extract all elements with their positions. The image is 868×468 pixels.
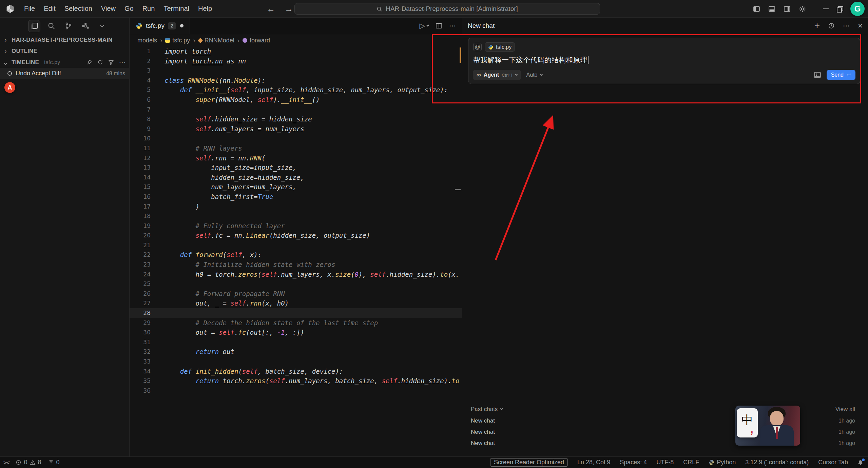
code-line[interactable]: 16 batch_first=True <box>130 192 462 202</box>
section-explorer-project[interactable]: › HAR-DATASET-PREPROCESS-MAIN <box>0 34 129 45</box>
line-number[interactable]: 6 <box>130 95 151 105</box>
remote-indicator-icon[interactable]: >< <box>3 459 9 466</box>
screen-reader-mode[interactable]: Screen Reader Optimized <box>490 458 568 467</box>
code-line[interactable]: 25 <box>130 279 462 289</box>
breadcrumb-item[interactable]: tsfc.py <box>165 37 190 44</box>
problems-indicator[interactable]: 0 8 <box>16 459 41 466</box>
code-line[interactable]: 26 # Forward propagate RNN <box>130 289 462 299</box>
line-number[interactable]: 19 <box>130 221 151 231</box>
extension-badge-icon[interactable]: A <box>4 82 15 93</box>
code-line[interactable]: 1import torch <box>130 46 462 56</box>
line-number[interactable]: 13 <box>130 163 151 173</box>
chat-tab-new-chat[interactable]: New chat <box>468 22 495 30</box>
cursor-position[interactable]: Ln 28, Col 9 <box>577 459 610 466</box>
code-line[interactable]: 23 # Initialize hidden state with zeros <box>130 260 462 270</box>
chat-input-card[interactable]: @ tsfc.py 帮我解释一下这个代码的结构和原理 ∞ Agen <box>468 38 860 84</box>
line-number[interactable]: 7 <box>130 105 151 115</box>
menu-item-help[interactable]: Help <box>194 3 216 14</box>
line-number[interactable]: 2 <box>130 56 151 66</box>
code-line[interactable]: 33 <box>130 357 462 367</box>
line-number[interactable]: 35 <box>130 376 151 386</box>
line-number[interactable]: 18 <box>130 211 151 221</box>
code-line[interactable]: 6 super(RNNModel, self).__init__() <box>130 95 462 105</box>
source-control-icon[interactable] <box>62 20 74 32</box>
breadcrumb-item[interactable]: models <box>137 37 157 44</box>
line-number[interactable]: 23 <box>130 260 151 270</box>
run-python-button[interactable]: ▷ <box>420 22 429 30</box>
code-line[interactable]: 13 input_size=input_size, <box>130 163 462 173</box>
code-line[interactable]: 24 h0 = torch.zeros(self.num_layers, x.s… <box>130 270 462 279</box>
ime-indicator[interactable]: 中 , <box>737 408 758 437</box>
line-number[interactable]: 5 <box>130 85 151 95</box>
menu-item-run[interactable]: Run <box>138 3 159 14</box>
code-line[interactable]: 35 return torch.zeros(self.num_layers, b… <box>130 376 462 386</box>
breadcrumb-item[interactable]: forward <box>243 37 270 44</box>
extensions-icon[interactable] <box>79 20 91 32</box>
indentation[interactable]: Spaces: 4 <box>620 459 647 466</box>
code-line[interactable]: 32 return out <box>130 347 462 357</box>
code-line[interactable]: 11 # RNN layers <box>130 143 462 153</box>
code-line[interactable]: 20 self.fc = nn.Linear(hidden_size, outp… <box>130 231 462 240</box>
toggle-secondary-sidebar-icon[interactable] <box>784 5 791 13</box>
line-number[interactable]: 34 <box>130 367 151 376</box>
toggle-panel-icon[interactable] <box>768 5 775 13</box>
close-panel-icon[interactable]: × <box>858 21 863 31</box>
more-actions-icon[interactable]: ⋯ <box>449 24 456 27</box>
python-interpreter[interactable]: 3.12.9 ('.conda': conda) <box>745 459 809 466</box>
search-sidebar-icon[interactable] <box>45 20 57 32</box>
settings-gear-icon[interactable] <box>799 5 806 13</box>
section-timeline[interactable]: TIMELINE tsfc.py ⋯ <box>0 57 129 68</box>
more-views-icon[interactable] <box>96 20 108 32</box>
back-icon[interactable]: ← <box>267 4 275 14</box>
menu-item-edit[interactable]: Edit <box>39 3 60 14</box>
line-number[interactable]: 29 <box>130 318 151 328</box>
line-number[interactable]: 28 <box>130 308 151 318</box>
filter-icon[interactable] <box>108 59 114 65</box>
line-number[interactable]: 25 <box>130 279 151 289</box>
code-line[interactable]: 12 self.rnn = nn.RNN( <box>130 153 462 163</box>
encoding[interactable]: UTF-8 <box>656 459 674 466</box>
model-selector[interactable]: Auto <box>526 72 542 78</box>
line-number[interactable]: 8 <box>130 114 151 124</box>
code-line[interactable]: 36 <box>130 386 462 396</box>
chat-prompt-input[interactable]: 帮我解释一下这个代码的结构和原理 <box>473 55 855 65</box>
pin-icon[interactable] <box>86 59 92 65</box>
code-line[interactable]: 19 # Fully connected layer <box>130 221 462 231</box>
line-number[interactable]: 30 <box>130 328 151 337</box>
restore-button[interactable] <box>837 6 842 12</box>
line-number[interactable]: 17 <box>130 202 151 212</box>
menu-item-terminal[interactable]: Terminal <box>159 3 194 14</box>
line-number[interactable]: 32 <box>130 347 151 357</box>
code-line[interactable]: 34 def init_hidden(self, batch_size, dev… <box>130 367 462 376</box>
code-line[interactable]: 2import torch.nn as nn <box>130 56 462 66</box>
more-actions-icon[interactable]: ⋯ <box>119 61 126 64</box>
chat-more-icon[interactable]: ⋯ <box>843 24 850 27</box>
grammarly-icon[interactable]: G <box>850 2 865 16</box>
line-number[interactable]: 15 <box>130 182 151 192</box>
code-line[interactable]: 18 <box>130 211 462 221</box>
code-line[interactable]: 21 <box>130 240 462 250</box>
command-center-search[interactable]: HAR-Dataset-Preprocess-main [Administrat… <box>294 3 600 15</box>
code-line[interactable]: 28 <box>130 308 462 318</box>
eol-sequence[interactable]: CRLF <box>683 459 699 466</box>
past-chats-toggle[interactable]: Past chats <box>471 406 503 413</box>
line-number[interactable]: 31 <box>130 337 151 347</box>
language-mode[interactable]: Python <box>709 459 736 466</box>
code-area[interactable]: 1import torch2import torch.nn as nn34cla… <box>130 46 462 456</box>
send-button[interactable]: Send <box>827 70 855 80</box>
unsaved-dot-icon[interactable] <box>180 24 184 27</box>
breadcrumb-item[interactable]: RNNModel <box>198 37 234 44</box>
code-line[interactable]: 7 <box>130 105 462 115</box>
minimize-button[interactable] <box>823 8 829 9</box>
line-number[interactable]: 14 <box>130 173 151 182</box>
explorer-icon[interactable] <box>28 20 40 32</box>
context-file-chip[interactable]: tsfc.py <box>485 42 515 52</box>
menu-item-view[interactable]: View <box>97 3 120 14</box>
menu-item-file[interactable]: File <box>20 3 39 14</box>
line-number[interactable]: 16 <box>130 192 151 202</box>
code-line[interactable]: 15 num_layers=num_layers, <box>130 182 462 192</box>
agent-mode-selector[interactable]: ∞ Agent Ctrl+I <box>473 70 521 80</box>
code-line[interactable]: 31 <box>130 337 462 347</box>
forward-icon[interactable]: → <box>285 4 293 14</box>
code-line[interactable]: 22 def forward(self, x): <box>130 250 462 260</box>
